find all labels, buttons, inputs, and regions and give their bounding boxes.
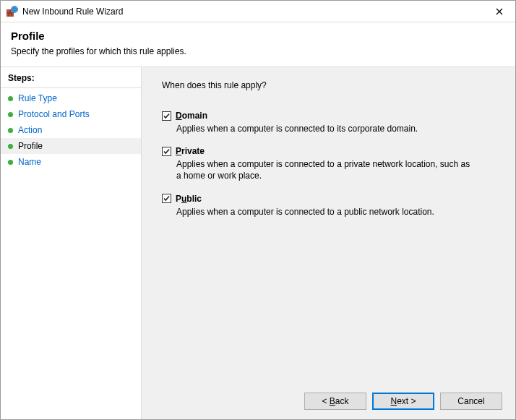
steps-header: Steps:	[1, 67, 141, 88]
checkbox-private[interactable]	[162, 147, 171, 156]
question-text: When does this rule apply?	[162, 80, 499, 90]
steps-list: Rule TypeProtocol and PortsActionProfile…	[1, 88, 141, 170]
titlebar: New Inbound Rule Wizard	[1, 1, 515, 22]
step-label: Rule Type	[18, 93, 57, 103]
wizard-header: Profile Specify the profiles for which t…	[1, 22, 515, 67]
option-label-private[interactable]: Private	[176, 146, 205, 156]
main-panel: When does this rule apply? DomainApplies…	[142, 67, 515, 419]
step-bullet-icon	[8, 112, 13, 117]
main-content: When does this rule apply? DomainApplies…	[142, 67, 515, 383]
profile-options: DomainApplies when a computer is connect…	[162, 111, 499, 218]
window-title: New Inbound Rule Wizard	[22, 7, 483, 17]
checkbox-domain[interactable]	[162, 111, 171, 121]
step-label: Profile	[18, 141, 43, 151]
profile-option-domain: DomainApplies when a computer is connect…	[162, 111, 473, 134]
step-label: Name	[18, 157, 41, 167]
page-heading: Profile	[11, 30, 505, 42]
step-bullet-icon	[8, 96, 13, 101]
cancel-button[interactable]: Cancel	[440, 393, 502, 410]
button-row: < Back Next > Cancel	[142, 383, 515, 419]
step-bullet-icon	[8, 128, 13, 133]
step-item-profile: Profile	[1, 138, 141, 154]
option-row: Private	[162, 146, 473, 156]
firewall-icon	[7, 6, 18, 17]
steps-sidebar: Steps: Rule TypeProtocol and PortsAction…	[1, 67, 142, 419]
page-subtitle: Specify the profiles for which this rule…	[11, 46, 505, 56]
step-item-name[interactable]: Name	[1, 154, 141, 170]
step-item-action[interactable]: Action	[1, 122, 141, 138]
close-button[interactable]	[483, 1, 515, 22]
profile-option-private: PrivateApplies when a computer is connec…	[162, 146, 473, 181]
wizard-window: New Inbound Rule Wizard Profile Specify …	[0, 0, 516, 420]
option-description-private: Applies when a computer is connected to …	[176, 158, 473, 181]
option-row: Public	[162, 194, 473, 204]
checkbox-public[interactable]	[162, 194, 171, 203]
step-label: Action	[18, 125, 42, 135]
profile-option-public: PublicApplies when a computer is connect…	[162, 194, 473, 218]
option-description-domain: Applies when a computer is connected to …	[176, 123, 473, 134]
option-label-public[interactable]: Public	[176, 194, 202, 204]
option-row: Domain	[162, 111, 473, 121]
option-label-domain[interactable]: Domain	[176, 111, 207, 121]
step-label: Protocol and Ports	[18, 109, 90, 119]
option-description-public: Applies when a computer is connected to …	[176, 206, 473, 218]
wizard-body: Steps: Rule TypeProtocol and PortsAction…	[1, 67, 515, 419]
step-item-protocol-and-ports[interactable]: Protocol and Ports	[1, 106, 141, 122]
back-button[interactable]: < Back	[304, 393, 366, 410]
step-bullet-icon	[8, 160, 13, 165]
step-item-rule-type[interactable]: Rule Type	[1, 90, 141, 106]
next-button[interactable]: Next >	[372, 393, 434, 410]
step-bullet-icon	[8, 144, 13, 149]
